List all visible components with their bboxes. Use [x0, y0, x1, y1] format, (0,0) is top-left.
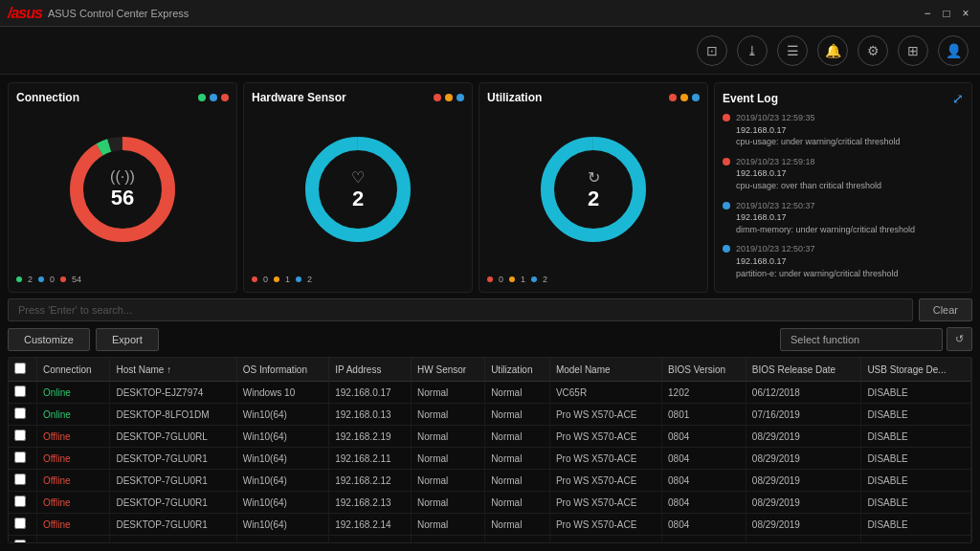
table-header-cell: USB Storage De... [861, 358, 971, 382]
table-cell: 192.168.2.19 [329, 426, 412, 448]
event-ip: 192.168.0.17 [736, 211, 915, 224]
customize-button[interactable]: Customize [8, 328, 90, 351]
row-checkbox[interactable] [14, 386, 26, 397]
row-checkbox[interactable] [14, 496, 26, 507]
utilization-card: Utilization ↻ [479, 82, 708, 293]
table-row[interactable]: OfflineDESKTOP-7GLU0R1Win10(64)192.168.2… [9, 470, 971, 492]
table-cell: Pro WS X570-ACE [549, 470, 661, 492]
event-time: 2019/10/23 12:59:18 [736, 156, 881, 168]
utilization-footer: 0 1 2 [487, 275, 700, 284]
user-icon[interactable]: 👤 [938, 35, 969, 66]
close-button[interactable]: × [959, 7, 972, 20]
monitor-icon[interactable]: ⊡ [697, 35, 727, 66]
table-row[interactable]: OfflineDESKTOP-7GLU0R1Win10(64)192.168.2… [9, 514, 971, 536]
table-cell: Win10(64) [236, 448, 328, 470]
table-cell: DESKTOP-8LFO1DM [110, 404, 236, 426]
refresh-button[interactable]: ↺ [947, 327, 972, 351]
download-icon[interactable]: ⤓ [737, 35, 768, 66]
row-checkbox[interactable] [14, 474, 26, 485]
event-time: 2019/10/23 12:50:37 [736, 200, 915, 212]
hw-footer-label-2: 2 [307, 275, 312, 284]
table-cell: 0804 [662, 448, 746, 470]
table-cell: Online [36, 382, 109, 404]
hw-footer-yellow [274, 276, 279, 282]
util-footer-red [487, 276, 493, 282]
table-row[interactable]: OfflineDESKTOP-7GLU0RLWin10(64)192.168.2… [9, 426, 971, 448]
export-button[interactable]: Export [96, 328, 159, 351]
event-dot [723, 114, 730, 121]
event-text: 2019/10/23 12:50:37 192.168.0.17 dimm-me… [736, 200, 915, 236]
select-all-checkbox[interactable] [14, 363, 26, 374]
table-cell: 08/29/2019 [746, 492, 861, 514]
table-cell: Win10(64) [236, 404, 328, 426]
cards-row: Connection [8, 82, 708, 293]
expand-icon[interactable]: ⤢ [952, 91, 964, 106]
utilization-donut: ↻ 2 [487, 108, 700, 271]
table-cell: 0804 [662, 426, 746, 448]
table-cell: Offline [36, 514, 109, 536]
event-time: 2019/10/23 12:50:37 [736, 243, 899, 255]
list-icon[interactable]: ☰ [777, 35, 808, 66]
table-header-cell: Connection [36, 358, 109, 382]
row-checkbox[interactable] [14, 430, 26, 441]
table-cell: DESKTOP-7GLU0R1 [110, 492, 236, 514]
minimize-button[interactable]: − [921, 7, 934, 20]
maximize-button[interactable]: □ [940, 7, 953, 20]
table-cell [9, 382, 36, 404]
table-cell: Pro WS X570-ACE [549, 448, 661, 470]
table-row[interactable]: OnlineDESKTOP-8LFO1DMWin10(64)192.168.0.… [9, 404, 971, 426]
event-log-item: 2019/10/23 12:59:18 192.168.0.17 cpu-usa… [723, 156, 964, 192]
event-ip: 192.168.0.17 [736, 124, 901, 137]
event-desc: dimm-memory: under warning/critical thre… [736, 224, 915, 236]
clear-button[interactable]: Clear [919, 298, 972, 321]
table-cell: 06/12/2018 [746, 382, 861, 404]
table-header-row: ConnectionHost Name ↑OS InformationIP Ad… [9, 358, 971, 382]
table-header-cell[interactable]: Host Name ↑ [110, 358, 236, 382]
event-log-item: 2019/10/23 12:59:35 192.168.0.17 cpu-usa… [723, 112, 964, 148]
table-row[interactable]: OfflineDESKTOP-7GLU0R1Win10(64)192.168.2… [9, 448, 971, 470]
row-checkbox[interactable] [14, 452, 26, 463]
table-header-cell: Utilization [485, 358, 550, 382]
table-cell: 192.168.0.13 [329, 404, 412, 426]
event-desc: cpu-usage: under warning/critical thresh… [736, 136, 901, 148]
gear-icon[interactable]: ⚙ [858, 35, 888, 66]
table-cell: DESKTOP-EJZ7974 [110, 382, 236, 404]
event-log: Event Log ⤢ 2019/10/23 12:59:35 192.168.… [714, 82, 972, 293]
table-cell: 1202 [662, 382, 746, 404]
action-buttons: Customize Export [8, 328, 159, 351]
row-checkbox[interactable] [14, 408, 26, 419]
table-row[interactable]: OnlineDESKTOP-EJZ7974Windows 10192.168.0… [9, 382, 971, 404]
row-checkbox[interactable] [14, 518, 26, 529]
grid-icon[interactable]: ⊞ [898, 35, 928, 66]
hardware-sensor-legend [434, 94, 464, 101]
event-desc: cpu-usage: over than critical threshold [736, 180, 881, 192]
connection-label: ((·)) 56 [110, 168, 135, 210]
search-input[interactable] [8, 298, 913, 321]
table-cell: Pro WS X570-ACE [549, 514, 661, 536]
footer-label-green: 2 [28, 275, 33, 284]
titlebar-title: ASUS Control Center Express [48, 8, 189, 19]
table-cell [9, 470, 36, 492]
table-header-cell: Model Name [549, 358, 661, 382]
select-function-dropdown[interactable]: Select function [780, 328, 943, 351]
table-cell: Win10(64) [236, 492, 328, 514]
table-row[interactable]: OfflineDESKTOP-7GLU0R1Win10(64)192.168.2… [9, 536, 971, 544]
table-cell: 0804 [662, 492, 746, 514]
hardware-sensor-header: Hardware Sensor [252, 91, 464, 104]
hw-legend-yellow [445, 94, 453, 101]
table-cell [9, 404, 36, 426]
header: ⊡ ⤓ ☰ 🔔 ⚙ ⊞ 👤 [0, 27, 980, 75]
titlebar-left: /asus ASUS Control Center Express [8, 5, 189, 22]
table-cell [9, 448, 36, 470]
row-checkbox[interactable] [14, 540, 26, 543]
hw-legend-blue [457, 94, 464, 101]
utilization-label: ↻ 2 [588, 168, 600, 211]
table-row[interactable]: OfflineDESKTOP-7GLU0R1Win10(64)192.168.2… [9, 492, 971, 514]
select-function-group: Select function ↺ [780, 327, 972, 351]
table-cell: Normal [485, 426, 550, 448]
table-cell: 0804 [662, 470, 746, 492]
connection-card: Connection [8, 82, 237, 293]
table-header-cell: OS Information [236, 358, 328, 382]
bell-icon[interactable]: 🔔 [817, 35, 848, 66]
hw-footer-label-0: 0 [263, 275, 268, 284]
